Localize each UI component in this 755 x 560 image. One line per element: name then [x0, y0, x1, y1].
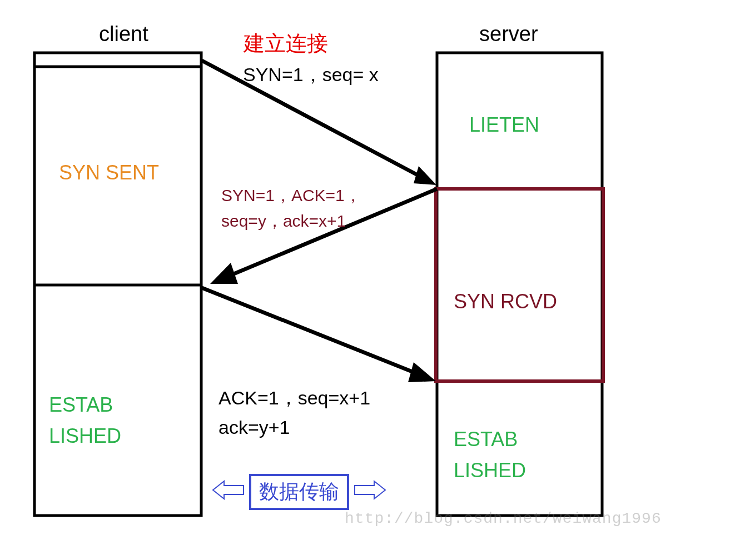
client-syn-sent: SYN SENT [59, 161, 159, 184]
transfer-arrow-left [213, 481, 244, 499]
client-estab-1: ESTAB [49, 393, 113, 417]
connect-title: 建立连接 [244, 29, 328, 58]
server-estab-1: ESTAB [454, 428, 518, 451]
svg-marker-10 [408, 362, 436, 382]
server-header: server [479, 22, 538, 46]
msg-ack-line2: ack=y+1 [218, 417, 290, 438]
msg-synack-line2: seq=y，ack=x+1 [221, 210, 346, 233]
data-transfer-box: 数据传输 [249, 474, 349, 510]
msg-synack-line1: SYN=1，ACK=1， [221, 184, 361, 207]
server-syn-rcvd: SYN RCVD [454, 290, 557, 313]
server-listen: LIETEN [469, 113, 539, 137]
arrow-ack [202, 288, 436, 382]
svg-marker-6 [414, 166, 436, 185]
svg-line-9 [202, 288, 425, 377]
transfer-arrow-right [355, 481, 385, 499]
msg-ack-line1: ACK=1，seq=x+1 [218, 386, 370, 411]
svg-marker-8 [210, 263, 238, 284]
server-estab-2: LISHED [454, 459, 526, 482]
client-estab-2: LISHED [49, 424, 121, 448]
svg-rect-4 [436, 189, 603, 381]
client-header: client [99, 22, 148, 46]
msg-syn: SYN=1，seq= x [243, 62, 379, 88]
watermark: http://blog.csdn.net/weiwang1996 [345, 510, 662, 527]
